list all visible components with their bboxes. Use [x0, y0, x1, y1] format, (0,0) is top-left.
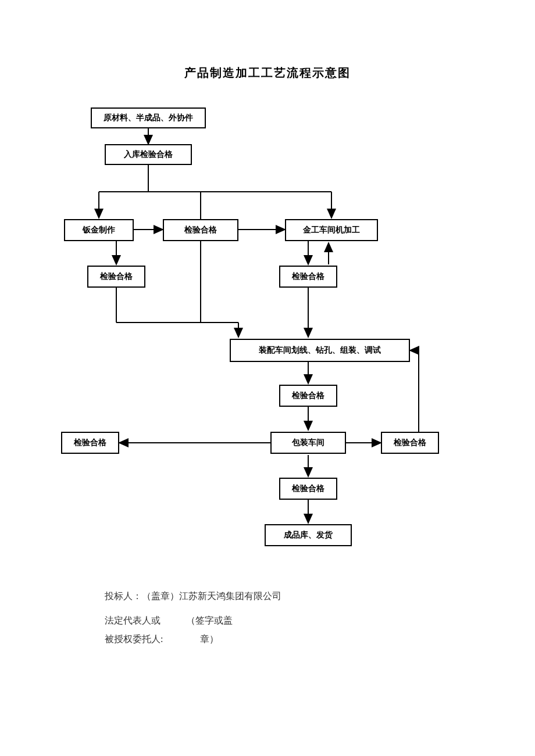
sign-line1: （签字或盖	[186, 611, 233, 630]
node-sheet-metal: 钣金制作	[64, 219, 134, 241]
page-title: 产品制造加工工艺流程示意图	[0, 65, 535, 81]
node-finished-goods: 成品库、发货	[265, 524, 352, 546]
node-incoming-inspection: 入库检验合格	[105, 144, 192, 165]
representative-row: 法定代表人或 被授权委托人: （签字或盖 章）	[105, 611, 430, 648]
node-machining: 金工车间机加工	[285, 219, 378, 241]
flowchart-diagram: 原材料、半成品、外协件 入库检验合格 钣金制作 检验合格 金工车间机加工 检验合…	[64, 108, 471, 555]
rep-line1: 法定代表人或	[105, 611, 163, 630]
node-inspect-left: 检验合格	[61, 432, 119, 454]
bidder-row: 投标人： （盖章）江苏新天鸿集团有限公司	[105, 587, 430, 605]
node-packaging: 包装车间	[270, 432, 346, 454]
rep-line2: 被授权委托人:	[105, 630, 163, 648]
node-inspect-1: 检验合格	[163, 219, 238, 241]
node-inspect-right: 检验合格	[381, 432, 439, 454]
bidder-value: （盖章）江苏新天鸿集团有限公司	[142, 587, 281, 605]
connector-lines	[64, 108, 471, 555]
node-inspect-2: 检验合格	[87, 266, 145, 288]
node-inspect-5: 检验合格	[279, 478, 337, 500]
node-assembly: 装配车间划线、钻孔、组装、调试	[230, 339, 410, 362]
sign-line2: 章）	[186, 630, 233, 648]
bidder-label: 投标人：	[105, 587, 142, 605]
node-inspect-4: 检验合格	[279, 385, 337, 407]
node-inspect-3: 检验合格	[279, 266, 337, 288]
footer-block: 投标人： （盖章）江苏新天鸿集团有限公司 法定代表人或 被授权委托人: （签字或…	[105, 587, 430, 648]
node-raw-materials: 原材料、半成品、外协件	[91, 108, 206, 128]
